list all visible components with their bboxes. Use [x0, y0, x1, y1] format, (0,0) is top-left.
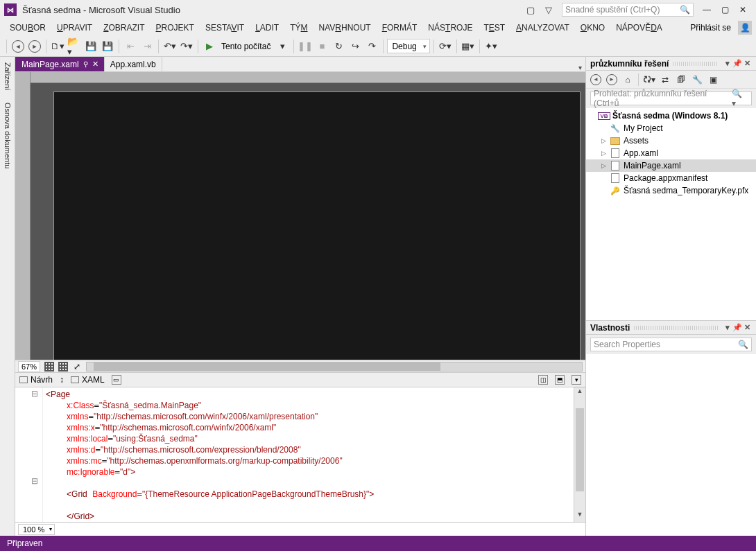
menu-format[interactable]: FORMÁT — [377, 21, 423, 35]
menu-napoveda[interactable]: NÁPOVĚDA — [610, 21, 668, 35]
properties-header[interactable]: Vlastnosti ▾ 📌 ✕ — [586, 321, 756, 335]
start-debug-button[interactable]: ▶ — [202, 39, 217, 54]
stop-button[interactable]: ■ — [314, 39, 329, 54]
solution-explorer-header[interactable]: průzkumníku řešení ▾ 📌 ✕ — [586, 57, 756, 71]
tree-pfx[interactable]: 🔑 Šťasná sedma_TemporaryKey.pfx — [586, 184, 756, 197]
code-zoom-dropdown[interactable]: 100 % — [18, 524, 55, 535]
tree-root[interactable]: VB Šťasná sedma (Windows 8.1) — [586, 110, 756, 122]
nav-fwd-button[interactable]: ► — [605, 73, 619, 87]
properties-panel: Vlastnosti ▾ 📌 ✕ Search Properties 🔍 — [586, 320, 756, 536]
save-button[interactable]: 💾 — [83, 39, 98, 54]
pin-icon[interactable]: 📌 — [732, 59, 742, 68]
refresh-icon[interactable]: 🗘▾ — [642, 73, 656, 87]
collapse-icon[interactable]: ▣ — [706, 73, 720, 87]
quick-launch-input[interactable]: Snadné spuštění (Ctrl+Q) 🔍 — [562, 3, 694, 17]
home-icon[interactable]: ⌂ — [621, 73, 635, 87]
xaml-designer[interactable] — [15, 72, 585, 360]
avatar-icon[interactable]: 👤 — [738, 21, 752, 35]
menu-soubor[interactable]: SOUBOR — [4, 21, 51, 35]
menu-navrhnout[interactable]: NAVRHNOUT — [313, 21, 377, 35]
collapse-pane-icon[interactable]: ▾ — [572, 375, 581, 385]
menu-nastroje[interactable]: NÁSTROJE — [422, 21, 478, 35]
tree-manifest[interactable]: Package.appxmanifest — [586, 172, 756, 184]
restart-button[interactable]: ↻ — [331, 39, 346, 54]
status-text: Připraven — [7, 539, 42, 548]
undo-button[interactable]: ↶▾ — [162, 39, 178, 54]
pane-design-tab[interactable]: Návrh — [19, 375, 53, 385]
fold-icon[interactable]: ⊟ — [15, 476, 38, 486]
tree-appxaml[interactable]: ▷ App.xaml — [586, 147, 756, 159]
tab-mainpage[interactable]: MainPage.xaml ⚲ ✕ — [15, 57, 105, 71]
fold-icon[interactable]: ⊟ — [15, 389, 38, 399]
menu-test[interactable]: TEST — [478, 21, 510, 35]
tree-mainpage[interactable]: ▷ MainPage.xaml — [586, 159, 756, 172]
snap-toggle-icon[interactable] — [58, 362, 68, 371]
nav-fwd-button[interactable]: ► — [27, 39, 42, 54]
tab-appxaml[interactable]: App.xaml.vb — [104, 57, 162, 71]
xaml-code-editor[interactable]: ↕ ⊟ ⊟ <Page x:Class="Šťasná_sedma.MainPa… — [15, 387, 585, 522]
close-panel-icon[interactable]: ✕ — [742, 59, 752, 68]
step-button[interactable]: ↪ — [347, 39, 363, 54]
design-footer: 67% ⤢ — [15, 360, 585, 372]
menu-okno[interactable]: OKNO — [575, 21, 610, 35]
menu-tym[interactable]: TÝM — [284, 21, 313, 35]
menu-zobrazit[interactable]: ZOBRAZIT — [98, 21, 150, 35]
swap-panes-icon[interactable]: ↕ — [60, 375, 64, 385]
properties-search-input[interactable]: Search Properties 🔍 — [590, 338, 752, 351]
minimize-button[interactable]: — — [701, 3, 713, 16]
code-content[interactable]: <Page x:Class="Šťasná_sedma.MainPage" xm… — [43, 387, 574, 522]
solution-search-input[interactable]: Prohledat: průzkumníku řešení (Ctrl+ů 🔍 … — [590, 91, 752, 105]
design-zoom-dropdown[interactable]: 67% — [18, 361, 40, 372]
tabs-overflow-icon[interactable]: ▾ — [574, 64, 585, 71]
close-button[interactable]: ✕ — [737, 3, 749, 16]
maximize-button[interactable]: ▢ — [719, 3, 731, 16]
nav-back-button[interactable]: ◄ — [10, 39, 26, 54]
outdent-button[interactable]: ⇤ — [123, 39, 138, 54]
design-canvas[interactable] — [53, 91, 581, 360]
snap-lines-icon[interactable]: ⤢ — [72, 362, 82, 371]
panel-menu-icon[interactable]: ▾ — [723, 59, 732, 68]
pin-icon[interactable]: ⚲ — [83, 60, 88, 68]
pin-icon[interactable]: 📌 — [732, 323, 742, 332]
pause-button[interactable]: ❚❚ — [298, 39, 313, 54]
menu-ladit[interactable]: LADIT — [250, 21, 284, 35]
solution-tree[interactable]: VB Šťasná sedma (Windows 8.1) 🔧 My Proje… — [586, 108, 756, 320]
code-vscrollbar[interactable]: ▲▼ — [574, 387, 585, 522]
notifications-icon[interactable]: ▢ — [524, 3, 538, 17]
design-hscrollbar[interactable] — [86, 362, 583, 371]
open-button[interactable]: 📂▾ — [67, 39, 82, 54]
effects-button[interactable]: ✦▾ — [483, 39, 499, 54]
tree-myproject[interactable]: 🔧 My Project — [586, 122, 756, 134]
close-panel-icon[interactable]: ✕ — [742, 323, 752, 332]
close-tab-icon[interactable]: ✕ — [92, 60, 98, 69]
xaml-expand-icon[interactable]: ▭ — [112, 375, 121, 385]
grid-toggle-icon[interactable] — [44, 362, 54, 371]
debug-target-label[interactable]: Tento počítač — [218, 42, 273, 51]
properties-icon[interactable]: 🔧 — [690, 73, 704, 87]
nav-back-button[interactable]: ◄ — [589, 73, 603, 87]
sync-icon[interactable]: ⇄ — [658, 73, 672, 87]
show-all-icon[interactable]: 🗐 — [674, 73, 688, 87]
feedback-icon[interactable]: ▽ — [542, 3, 556, 17]
left-tab-osnova[interactable]: Osnova dokumentu — [2, 100, 13, 171]
config-dropdown[interactable]: Debug — [387, 39, 429, 53]
tree-assets[interactable]: ▷ Assets — [586, 134, 756, 147]
indent-button[interactable]: ⇥ — [139, 39, 155, 54]
split-vertical-icon[interactable]: ◫ — [538, 375, 548, 385]
split-horizontal-icon[interactable]: ⬒ — [555, 375, 565, 385]
refresh-button[interactable]: ⟳▾ — [438, 39, 453, 54]
debug-target-dd[interactable]: ▾ — [275, 39, 290, 54]
save-all-button[interactable]: 💾 — [100, 39, 115, 54]
menu-analyzovat[interactable]: ANALYZOVAT — [510, 21, 575, 35]
menu-upravit[interactable]: UPRAVIT — [51, 21, 98, 35]
menu-sestavit[interactable]: SESTAVIT — [200, 21, 250, 35]
panel-menu-icon[interactable]: ▾ — [723, 323, 732, 332]
sign-in-link[interactable]: Přihlásit se — [686, 21, 735, 35]
new-project-button[interactable]: 🗋▾ — [50, 39, 65, 54]
menu-projekt[interactable]: PROJEKT — [151, 21, 200, 35]
redo-button[interactable]: ↷▾ — [179, 39, 194, 54]
layout-button[interactable]: ▦▾ — [461, 39, 476, 54]
step-over-button[interactable]: ↷ — [364, 39, 379, 54]
left-tab-zarizeni[interactable]: Zařízení — [2, 60, 13, 93]
pane-xaml-tab[interactable]: XAML — [71, 375, 105, 385]
